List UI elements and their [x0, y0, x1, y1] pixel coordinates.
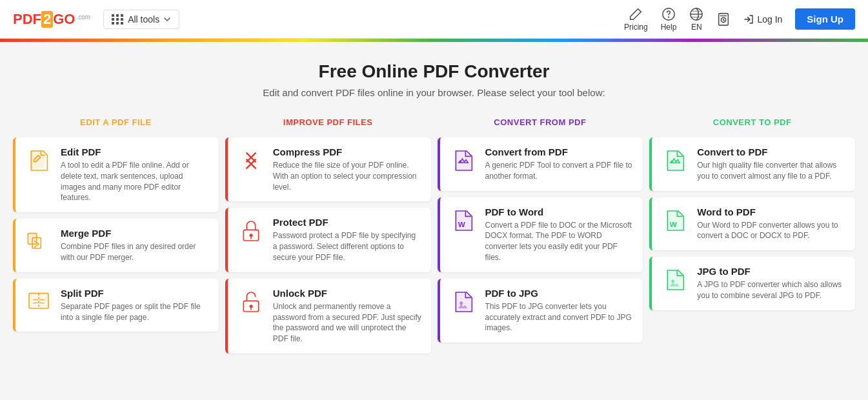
word-to-pdf-card[interactable]: W Word to PDF Our Word to PDF converter …: [649, 197, 855, 251]
edit-column-header: EDIT A PDF FILE: [13, 117, 219, 130]
pencil-icon: [629, 7, 643, 21]
logo-2: 2: [41, 11, 53, 28]
edit-pdf-text: Edit PDF A tool to edit a PDF file onlin…: [61, 146, 210, 203]
convert-from-pdf-name: Convert from PDF: [485, 146, 634, 157]
header: PDF 2 GO .com All tools Pricing: [0, 0, 868, 39]
edit-pdf-name: Edit PDF: [61, 146, 210, 157]
pdf-to-word-icon: W: [449, 206, 478, 235]
pdf-to-jpg-card[interactable]: PDF to JPG This PDF to JPG converter let…: [438, 279, 643, 343]
protect-pdf-icon: [237, 217, 265, 245]
edit-pdf-desc: A tool to edit a PDF file online. Add or…: [61, 160, 210, 203]
compress-pdf-icon: [237, 146, 265, 175]
login-label: Log In: [757, 14, 782, 25]
signup-button[interactable]: Sign Up: [795, 8, 855, 30]
tools-grid: EDIT A PDF FILE Edit PDF A tool to edit …: [13, 117, 855, 360]
pdf-to-word-desc: Convert a PDF file to DOC or the Microso…: [485, 220, 634, 263]
improve-column-header: IMPROVE PDF FILES: [225, 117, 431, 130]
convert-from-pdf-icon: [449, 146, 478, 175]
merge-pdf-card[interactable]: Merge PDF Combine PDF files in any desir…: [13, 219, 219, 272]
signup-label: Sign Up: [807, 14, 843, 25]
convert-to-pdf-card[interactable]: Convert to PDF Our high quality file con…: [649, 137, 855, 191]
merge-pdf-desc: Combine PDF files in any desired order w…: [61, 241, 210, 263]
help-label: Help: [661, 23, 677, 32]
all-tools-label: All tools: [128, 14, 159, 25]
protect-pdf-name: Protect PDF: [273, 217, 422, 228]
protect-pdf-text: Protect PDF Password protect a PDF file …: [273, 217, 422, 263]
unlock-pdf-name: Unlock PDF: [273, 288, 422, 299]
svg-text:W: W: [458, 220, 465, 228]
unlock-pdf-desc: Unlock and permanently remove a password…: [273, 301, 422, 345]
chevron-down-icon: [163, 15, 171, 23]
pdf-to-jpg-desc: This PDF to JPG converter lets you accur…: [485, 301, 634, 334]
logo[interactable]: PDF 2 GO .com: [13, 11, 90, 28]
merge-pdf-icon: [25, 228, 53, 256]
from-column-header: CONVERT FROM PDF: [438, 117, 643, 130]
edit-column: EDIT A PDF FILE Edit PDF A tool to edit …: [13, 117, 219, 360]
grid-icon: [112, 14, 124, 25]
improve-column: IMPROVE PDF FILES Compress PDF Reduce th…: [225, 117, 431, 360]
pdf-to-jpg-text: PDF to JPG This PDF to JPG converter let…: [485, 288, 634, 334]
jpg-to-pdf-text: JPG to PDF A JPG to PDF converter which …: [697, 266, 846, 301]
word-to-pdf-name: Word to PDF: [697, 206, 846, 217]
login-arrow-icon: [743, 14, 754, 25]
compress-pdf-card[interactable]: Compress PDF Reduce the file size of you…: [225, 137, 431, 201]
split-pdf-text: Split PDF Separate PDF pages or split th…: [61, 288, 210, 323]
unlock-pdf-text: Unlock PDF Unlock and permanently remove…: [273, 288, 422, 345]
word-to-pdf-icon: W: [661, 206, 689, 235]
edit-pdf-card[interactable]: Edit PDF A tool to edit a PDF file onlin…: [13, 137, 219, 212]
unlock-pdf-icon: [237, 288, 265, 316]
question-icon: [661, 7, 676, 21]
history-icon: [716, 12, 731, 26]
word-to-pdf-desc: Our Word to PDF converter allows you to …: [697, 220, 846, 242]
page-title: Free Online PDF Converter: [13, 61, 855, 82]
convert-to-pdf-desc: Our high quality file converter that all…: [697, 160, 846, 182]
split-pdf-desc: Separate PDF pages or split the PDF file…: [61, 301, 210, 323]
jpg-to-pdf-name: JPG to PDF: [697, 266, 846, 277]
convert-from-pdf-desc: A generic PDF Tool to convert a PDF file…: [485, 160, 634, 182]
pdf-to-jpg-name: PDF to JPG: [485, 288, 634, 299]
pdf-to-word-name: PDF to Word: [485, 206, 634, 217]
merge-pdf-text: Merge PDF Combine PDF files in any desir…: [61, 228, 210, 263]
logo-pdf: PDF: [13, 11, 41, 28]
convert-from-pdf-text: Convert from PDF A generic PDF Tool to c…: [485, 146, 634, 182]
jpg-to-pdf-desc: A JPG to PDF converter which also allows…: [697, 279, 846, 301]
header-nav: Pricing Help EN: [624, 7, 855, 32]
convert-to-pdf-icon: [661, 146, 689, 175]
convert-to-pdf-text: Convert to PDF Our high quality file con…: [697, 146, 846, 182]
logo-com: .com: [76, 14, 90, 21]
history-nav[interactable]: [716, 12, 731, 26]
convert-to-pdf-name: Convert to PDF: [697, 146, 846, 157]
merge-pdf-name: Merge PDF: [61, 228, 210, 239]
help-nav[interactable]: Help: [661, 7, 677, 32]
to-column-header: CONVERT TO PDF: [649, 117, 855, 130]
protect-pdf-card[interactable]: Protect PDF Password protect a PDF file …: [225, 208, 431, 272]
unlock-pdf-card[interactable]: Unlock PDF Unlock and permanently remove…: [225, 279, 431, 354]
word-to-pdf-text: Word to PDF Our Word to PDF converter al…: [697, 206, 846, 242]
pricing-label: Pricing: [624, 23, 648, 32]
edit-pdf-icon: [25, 146, 53, 175]
main-content: Free Online PDF Converter Edit and conve…: [0, 42, 868, 373]
svg-point-11: [249, 234, 252, 237]
login-button[interactable]: Log In: [743, 14, 782, 25]
protect-pdf-desc: Password protect a PDF file by specifyin…: [273, 230, 422, 263]
jpg-to-pdf-icon: [661, 266, 689, 294]
pdf-to-jpg-icon: [449, 288, 478, 316]
language-nav[interactable]: EN: [689, 7, 703, 32]
convert-from-pdf-card[interactable]: Convert from PDF A generic PDF Tool to c…: [438, 137, 643, 191]
split-pdf-card[interactable]: Split PDF Separate PDF pages or split th…: [13, 279, 219, 332]
jpg-to-pdf-card[interactable]: JPG to PDF A JPG to PDF converter which …: [649, 257, 855, 310]
compress-pdf-desc: Reduce the file size of your PDF online.…: [273, 160, 422, 192]
split-pdf-icon: [25, 288, 53, 316]
pdf-to-word-card[interactable]: W PDF to Word Convert a PDF file to DOC …: [438, 197, 643, 272]
page-subtitle: Edit and convert PDF files online in you…: [13, 87, 855, 98]
from-column: CONVERT FROM PDF Convert from PDF A gene…: [438, 117, 643, 360]
svg-text:W: W: [670, 220, 677, 228]
pricing-nav[interactable]: Pricing: [624, 7, 648, 32]
logo-go: GO: [53, 11, 75, 28]
svg-point-1: [669, 17, 669, 17]
to-column: CONVERT TO PDF Convert to PDF Our high q…: [649, 117, 855, 360]
lang-label: EN: [691, 23, 702, 32]
all-tools-button[interactable]: All tools: [103, 10, 179, 29]
globe-icon: [689, 7, 703, 21]
split-pdf-name: Split PDF: [61, 288, 210, 299]
